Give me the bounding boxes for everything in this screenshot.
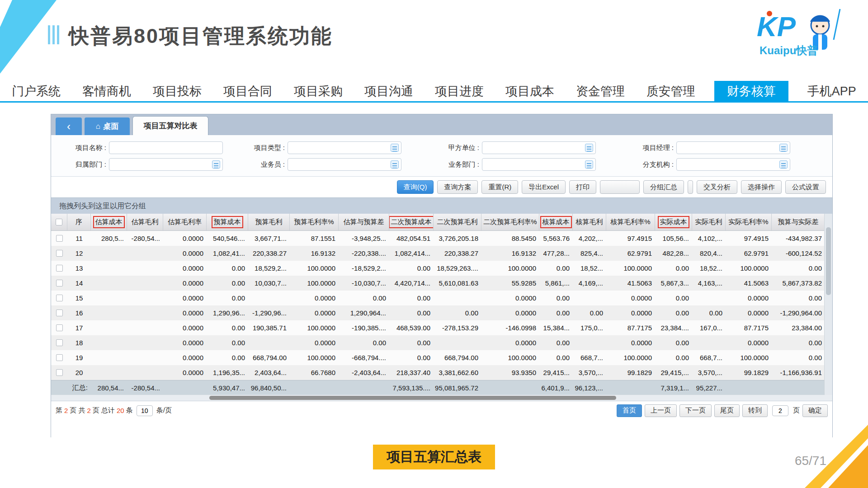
pager-button-上一页[interactable]: 上一页: [645, 404, 677, 417]
row-checkbox[interactable]: [56, 280, 63, 286]
row-cell: 0.0000: [606, 335, 655, 350]
header-二次预算毛利率%[interactable]: 二次预算毛利率%: [481, 214, 539, 230]
toolbar-button-blank[interactable]: [600, 180, 640, 194]
row-checkbox[interactable]: [56, 250, 63, 257]
row-checkbox[interactable]: [56, 324, 63, 331]
back-button[interactable]: ‹: [56, 117, 82, 135]
filter-input[interactable]: [676, 141, 790, 154]
pager-button-尾页[interactable]: 尾页: [714, 404, 740, 417]
goto-label-button[interactable]: 转到: [742, 404, 768, 417]
nav-item-质安管理[interactable]: 质安管理: [644, 81, 698, 101]
header-二次预算毛利[interactable]: 二次预算毛利: [434, 214, 481, 230]
vertical-scrollbar-thumb[interactable]: [826, 227, 831, 295]
row-checkbox[interactable]: [56, 339, 63, 346]
toolbar-button-查询方案[interactable]: 查询方案: [437, 180, 478, 194]
row-seq: 15: [67, 291, 91, 305]
list-picker-icon[interactable]: [779, 144, 788, 152]
list-picker-icon[interactable]: [585, 144, 593, 152]
row-checkbox[interactable]: [56, 235, 63, 242]
header-预算毛利[interactable]: 预算毛利: [248, 214, 290, 230]
nav-item-项目成本[interactable]: 项目成本: [503, 81, 557, 101]
row-cell: 0.00: [655, 261, 692, 276]
toolbar-button-分组汇总[interactable]: 分组汇总: [643, 180, 684, 194]
list-picker-icon[interactable]: [585, 160, 593, 169]
header-实际毛利率%[interactable]: 实际毛利率%: [726, 214, 772, 230]
tab-desktop[interactable]: ⌂ 桌面: [85, 117, 130, 135]
list-picker-icon[interactable]: [391, 144, 399, 152]
row-cell: 167,0...: [692, 320, 726, 335]
select-all-checkbox[interactable]: [56, 219, 62, 225]
row-checkbox[interactable]: [56, 354, 63, 361]
header-highlight-核算成本: 核算成本: [540, 216, 572, 228]
filter-input[interactable]: [676, 158, 790, 171]
row-cell: [692, 291, 726, 305]
toolbar-button-打印[interactable]: 打印: [569, 180, 596, 194]
row-cell: -434,982.37: [772, 231, 825, 246]
filter-input[interactable]: [288, 141, 401, 154]
goto-page-input[interactable]: [772, 405, 788, 416]
list-picker-icon[interactable]: [779, 160, 788, 169]
filter-input[interactable]: [109, 158, 223, 171]
filter-input[interactable]: [482, 158, 596, 171]
nav-item-项目沟通[interactable]: 项目沟通: [362, 81, 416, 101]
toolbar-button-公式设置[interactable]: 公式设置: [785, 180, 826, 194]
header-预算成本[interactable]: 预算成本: [207, 214, 248, 230]
confirm-button[interactable]: 确定: [802, 404, 828, 417]
pager-text: 条: [126, 406, 133, 415]
toolbar-button-查询(Q)[interactable]: 查询(Q): [397, 180, 434, 194]
row-cell: 0.00: [207, 291, 248, 305]
group-drop-zone[interactable]: 拖拽列头到这里以用它分组: [51, 197, 832, 214]
row-cell: 668,794.00: [248, 350, 290, 365]
header-估算成本[interactable]: 估算成本: [91, 214, 127, 230]
toolbar-button-交叉分析[interactable]: 交叉分析: [697, 180, 737, 194]
row-cell: 100.0000: [726, 350, 772, 365]
header-预算毛利率%[interactable]: 预算毛利率%: [290, 214, 339, 230]
header-二次预算成本[interactable]: 二次预算成本: [389, 214, 434, 230]
nav-item-财务核算[interactable]: 财务核算: [714, 81, 788, 101]
filter-input[interactable]: [482, 141, 596, 154]
nav-item-项目投标[interactable]: 项目投标: [150, 81, 204, 101]
header-预算与实际差[interactable]: 预算与实际差: [772, 214, 825, 230]
row-cell: 0.00: [655, 335, 692, 350]
page-size-input[interactable]: [137, 405, 153, 416]
filter-input[interactable]: [288, 158, 401, 171]
row-cell: [127, 365, 163, 380]
filter-input[interactable]: [109, 141, 223, 154]
row-checkbox[interactable]: [56, 295, 63, 301]
header-核算毛利率%[interactable]: 核算毛利率%: [606, 214, 655, 230]
pager-button-首页[interactable]: 首页: [617, 404, 642, 417]
nav-item-门户系统[interactable]: 门户系统: [9, 81, 63, 101]
header-估算毛利[interactable]: 估算毛利: [127, 214, 163, 230]
list-picker-icon[interactable]: [391, 160, 399, 169]
header-实际毛利[interactable]: 实际毛利: [692, 214, 726, 230]
header-估算毛利率[interactable]: 估算毛利率: [163, 214, 207, 230]
pager-button-下一页[interactable]: 下一页: [679, 404, 712, 417]
list-picker-icon[interactable]: [212, 160, 220, 169]
row-checkbox[interactable]: [56, 265, 63, 272]
nav-item-手机APP[interactable]: 手机APP: [805, 81, 859, 101]
nav-item-项目采购[interactable]: 项目采购: [291, 81, 345, 101]
header-核算成本[interactable]: 核算成本: [539, 214, 573, 230]
row-cell: 93.9350: [481, 365, 539, 380]
toolbar-button-重置(R)[interactable]: 重置(R): [481, 180, 518, 194]
nav-item-项目进度[interactable]: 项目进度: [432, 81, 486, 101]
nav-item-资金管理[interactable]: 资金管理: [573, 81, 627, 101]
header-估算与预算差[interactable]: 估算与预算差: [339, 214, 389, 230]
vertical-scrollbar[interactable]: [824, 214, 832, 395]
nav-item-项目合同[interactable]: 项目合同: [221, 81, 275, 101]
header-核算毛利[interactable]: 核算毛利: [573, 214, 606, 230]
filter-label: 项目类型 :: [234, 141, 285, 154]
nav-item-客情商机[interactable]: 客情商机: [80, 81, 134, 101]
back-icon: ‹: [67, 120, 71, 133]
horizontal-scrollbar[interactable]: [51, 395, 832, 401]
row-checkbox[interactable]: [56, 310, 63, 316]
row-cell: 18,529,2...: [248, 261, 290, 276]
header-实际成本[interactable]: 实际成本: [655, 214, 692, 230]
row-checkbox[interactable]: [56, 369, 63, 376]
toolbar-button-选择操作[interactable]: 选择操作: [741, 180, 782, 194]
tab-active[interactable]: 项目五算对比表: [132, 116, 208, 135]
horizontal-scrollbar-thumb[interactable]: [209, 396, 616, 400]
toolbar-button-导出Excel[interactable]: 导出Excel: [522, 180, 566, 194]
row-cell: 18,529,263....: [434, 261, 481, 276]
header-highlight-二次预算成本: 二次预算成本: [389, 216, 434, 228]
